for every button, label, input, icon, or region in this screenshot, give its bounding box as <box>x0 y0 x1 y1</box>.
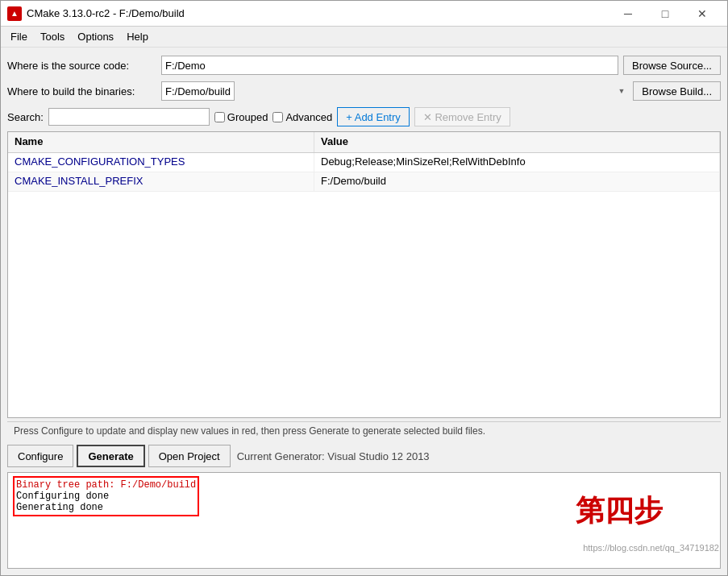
table-header: Name Value <box>8 132 720 153</box>
title-bar: ▲ CMake 3.13.0-rc2 - F:/Demo/build ─ □ ✕ <box>1 1 727 27</box>
advanced-checkbox-label[interactable]: Advanced <box>272 111 332 123</box>
source-input[interactable] <box>161 56 618 75</box>
minimize-button[interactable]: ─ <box>609 2 647 26</box>
menu-bar: File Tools Options Help <box>1 27 727 48</box>
generator-label: Current Generator: Visual Studio 12 2013 <box>237 450 430 462</box>
generate-button[interactable]: Generate <box>77 445 144 467</box>
configure-button[interactable]: Configure <box>7 445 73 467</box>
search-input[interactable] <box>48 108 210 126</box>
maximize-button[interactable]: □ <box>647 2 684 26</box>
advanced-checkbox[interactable] <box>272 112 283 122</box>
search-label: Search: <box>7 111 44 123</box>
table-body: CMAKE_CONFIGURATION_TYPES Debug;Release;… <box>8 153 720 417</box>
window-controls: ─ □ ✕ <box>609 2 721 26</box>
source-row: Where is the source code: Browse Source.… <box>7 54 721 77</box>
source-label: Where is the source code: <box>7 60 156 72</box>
build-label: Where to build the binaries: <box>7 85 156 97</box>
add-entry-button[interactable]: + Add Entry <box>337 107 410 126</box>
remove-entry-button[interactable]: ✕ Remove Entry <box>414 107 510 126</box>
grouped-checkbox-label[interactable]: Grouped <box>214 111 268 123</box>
cell-cmake-config-types-value: Debug;Release;MinSizeRel;RelWithDebInfo <box>314 153 720 172</box>
output-line-3: Generating done <box>16 502 196 513</box>
browse-source-button[interactable]: Browse Source... <box>623 56 721 75</box>
open-project-button[interactable]: Open Project <box>148 445 231 467</box>
column-name-header: Name <box>8 132 314 152</box>
app-icon: ▲ <box>7 6 22 21</box>
column-value-header: Value <box>314 132 720 152</box>
output-red-box: Binary tree path: F:/Demo/build Configur… <box>13 476 199 516</box>
cell-cmake-install-prefix-name: CMAKE_INSTALL_PREFIX <box>8 172 314 191</box>
table-row[interactable]: CMAKE_CONFIGURATION_TYPES Debug;Release;… <box>8 153 720 172</box>
menu-help[interactable]: Help <box>120 28 155 45</box>
menu-tools[interactable]: Tools <box>34 28 71 45</box>
window-title: CMake 3.13.0-rc2 - F:/Demo/build <box>27 7 605 19</box>
search-row: Search: Grouped Advanced + Add Entry ✕ R… <box>7 106 721 128</box>
main-window: ▲ CMake 3.13.0-rc2 - F:/Demo/build ─ □ ✕… <box>0 0 728 576</box>
cell-cmake-install-prefix-value: F:/Demo/build <box>314 172 720 191</box>
build-select-wrapper: F:/Demo/build <box>161 81 628 101</box>
output-line-1: Binary tree path: F:/Demo/build <box>16 479 196 491</box>
table-row[interactable]: CMAKE_INSTALL_PREFIX F:/Demo/build <box>8 172 720 192</box>
build-select[interactable]: F:/Demo/build <box>161 81 235 101</box>
menu-file[interactable]: File <box>4 28 34 45</box>
grouped-checkbox[interactable] <box>214 112 225 122</box>
step-label: 第四步 <box>576 491 663 531</box>
status-text: Press Configure to update and display ne… <box>7 421 721 440</box>
browse-build-button[interactable]: Browse Build... <box>633 81 721 101</box>
cell-cmake-config-types-name: CMAKE_CONFIGURATION_TYPES <box>8 153 314 172</box>
close-button[interactable]: ✕ <box>684 2 721 26</box>
menu-options[interactable]: Options <box>71 28 120 45</box>
grouped-label: Grouped <box>227 111 268 123</box>
action-row: Configure Generate Open Project Current … <box>7 443 721 469</box>
entries-table: Name Value CMAKE_CONFIGURATION_TYPES Deb… <box>7 131 721 418</box>
output-line-2: Configuring done <box>16 491 196 502</box>
build-row: Where to build the binaries: F:/Demo/bui… <box>7 80 721 102</box>
window-body: Where is the source code: Browse Source.… <box>1 48 727 575</box>
watermark: https://blog.csdn.net/qq_34719182 <box>583 543 719 553</box>
advanced-label: Advanced <box>285 111 332 123</box>
